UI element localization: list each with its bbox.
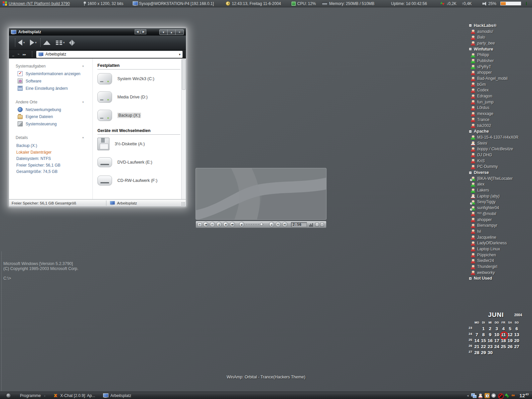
drive-item-x-selected[interactable]: Backup (X:) <box>97 106 181 124</box>
contact-row[interactable]: party_bee <box>468 40 531 46</box>
group-toggle-icon[interactable]: − <box>469 171 472 174</box>
views-dropdown-icon[interactable]: ▾ <box>63 41 65 44</box>
contact-row[interactable]: Trance <box>468 117 531 123</box>
contact-row[interactable]: ahopper <box>468 70 531 76</box>
contact-group-header[interactable]: +Not Used <box>468 276 531 282</box>
contact-row[interactable]: bGm <box>468 81 531 87</box>
contact-group-header[interactable]: −HackLabs® <box>468 23 531 29</box>
views-icon[interactable] <box>56 41 62 45</box>
group-toggle-icon[interactable]: + <box>469 277 472 280</box>
contact-row[interactable]: Lakers <box>468 187 531 193</box>
volume-slider[interactable] <box>500 1 521 6</box>
medialib-button[interactable]: ML <box>282 222 288 227</box>
contact-row[interactable]: Püppichen <box>468 252 531 258</box>
volume-knob[interactable] <box>260 223 263 226</box>
contact-row[interactable]: alex <box>468 182 531 188</box>
address-combo[interactable]: Arbeitsplatz ▾ <box>36 51 183 58</box>
contact-row[interactable]: fun_jump <box>468 99 531 105</box>
play-button[interactable] <box>210 222 215 227</box>
contact-row[interactable]: Codex <box>468 87 531 93</box>
drive-item-e[interactable]: DVD-Laufwerk (E:) <box>97 153 181 171</box>
contact-row[interactable]: Edragon <box>468 93 531 99</box>
minimize-button[interactable]: ▾ <box>160 30 168 35</box>
contact-row[interactable]: ahopper <box>468 217 531 223</box>
contact-row[interactable]: Laptop Linux <box>468 246 531 252</box>
back-dropdown-icon[interactable]: ▾ <box>23 41 25 44</box>
sidebar-item-software[interactable]: Software <box>18 78 92 83</box>
next-button[interactable] <box>230 222 235 227</box>
close-button[interactable]: × <box>176 30 184 35</box>
player-menu-button[interactable] <box>198 222 202 227</box>
drive-item-a[interactable]: 3½-Diskette (A:) <box>97 135 181 153</box>
taskbar-task-xchat[interactable]: X-Chat [2.0.9]: Ap... <box>53 393 95 398</box>
player-close-button[interactable]: × <box>320 223 324 226</box>
taskbar-clock[interactable]: 1243 <box>519 393 529 398</box>
sidebar-item-einstellung[interactable]: Eine Einstellung ändern <box>18 86 92 91</box>
chevron-down-icon[interactable]: ▾ <box>82 100 84 104</box>
contact-row[interactable]: Steini <box>468 140 531 146</box>
contact-row[interactable]: KriS <box>468 158 531 164</box>
contact-row[interactable]: Balo <box>468 34 531 40</box>
contact-row[interactable]: Publisher <box>468 58 531 64</box>
sidebar-item-systemsteuerung[interactable]: Systemsteuerung <box>18 121 92 126</box>
contact-row[interactable]: mexxage <box>468 111 531 117</box>
buddy-icon[interactable] <box>478 393 483 398</box>
contact-row[interactable]: Philipp <box>468 52 531 58</box>
app-icon[interactable] <box>511 393 516 398</box>
nav-prev-button[interactable]: ◀ <box>135 29 140 34</box>
updown-icon[interactable] <box>504 393 510 398</box>
eject-button[interactable] <box>269 222 274 227</box>
contact-row[interactable]: asmodis! <box>468 29 531 35</box>
drive-item-c[interactable]: System Win2k3 (C:) <box>97 69 181 88</box>
cd-icon[interactable] <box>491 393 496 398</box>
contact-row[interactable]: tsk2002 <box>468 123 531 129</box>
network-icon[interactable] <box>471 393 476 398</box>
forward-dropdown-icon[interactable]: ▾ <box>35 41 37 44</box>
start-button[interactable] <box>6 393 11 398</box>
contact-row[interactable]: LadyOfDarkness <box>468 240 531 246</box>
addr-restore-button[interactable]: ~ <box>18 53 20 56</box>
player-minimize-button[interactable]: − <box>315 223 319 226</box>
section-header-details[interactable]: Details ▾ <box>16 135 84 140</box>
contact-row[interactable]: L0rdus <box>468 105 531 111</box>
contact-row[interactable]: Thundergirl <box>468 264 531 270</box>
address-dropdown-icon[interactable]: ▾ <box>179 53 181 56</box>
addr-expand-button[interactable]: ▸▸ <box>23 53 26 56</box>
contact-row[interactable]: [BKA-W]TheLocater <box>468 176 531 182</box>
contact-row[interactable]: sPyRyT <box>468 64 531 70</box>
contact-row[interactable]: *²³ @mobil <box>468 211 531 217</box>
group-toggle-icon[interactable]: − <box>469 48 472 51</box>
contact-row[interactable]: M3-15-4-1337-H4xX0R <box>468 134 531 140</box>
addr-minimize-button[interactable]: _ <box>12 53 14 56</box>
vertical-scrollbar[interactable] <box>181 59 186 199</box>
programme-menu[interactable]: Programme <box>20 393 41 398</box>
contact-row[interactable]: boppy / CivicBesitze <box>468 146 531 152</box>
forward-button[interactable] <box>30 40 34 46</box>
chevron-down-icon[interactable]: ▾ <box>82 65 84 68</box>
taskbar-task-arbeitsplatz[interactable]: Arbeitsplatz <box>103 393 131 398</box>
os-build-item[interactable]: Unknown (NT Platform) build 3790 <box>3 1 70 6</box>
stop-button[interactable] <box>223 222 228 227</box>
maximize-button[interactable]: ▴ <box>168 30 176 35</box>
sidebar-item-systeminfo[interactable]: Systeminformationen anzeigen <box>18 71 92 76</box>
mute-icon[interactable] <box>498 393 503 398</box>
group-toggle-icon[interactable]: − <box>469 130 472 133</box>
drive-item-f[interactable]: CD-RW-Laufwerk (F:) <box>97 171 181 190</box>
playlist-button[interactable]: PL <box>276 222 281 227</box>
contact-row[interactable]: Laptop (aby) <box>468 193 531 199</box>
chevron-down-icon[interactable]: ▾ <box>82 136 84 139</box>
tray-collapse-icon[interactable]: ◂ <box>467 394 468 397</box>
contact-row[interactable]: Jacqueline <box>468 234 531 240</box>
explorer-titlebar[interactable]: Arbeitsplatz ◀ ▶ ▾ ▴ × <box>9 28 186 36</box>
group-toggle-icon[interactable]: − <box>469 24 472 27</box>
player-volume-slider[interactable] <box>246 224 265 225</box>
contact-row[interactable]: webworky <box>468 270 531 276</box>
contact-row[interactable]: SexyTiggy <box>468 199 531 205</box>
pause-button[interactable] <box>216 222 222 227</box>
contact-row[interactable]: PC-Dummy <box>468 164 531 170</box>
contact-row[interactable]: Siedler24 <box>468 258 531 264</box>
contact-row[interactable]: Bad-Angel_mobil <box>468 75 531 81</box>
folder-sync-icon[interactable] <box>69 40 75 46</box>
contact-row[interactable]: Ivi <box>468 228 531 234</box>
sidebar-item-netzwerkumgebung[interactable]: Netzwerkumgebung <box>18 107 92 112</box>
